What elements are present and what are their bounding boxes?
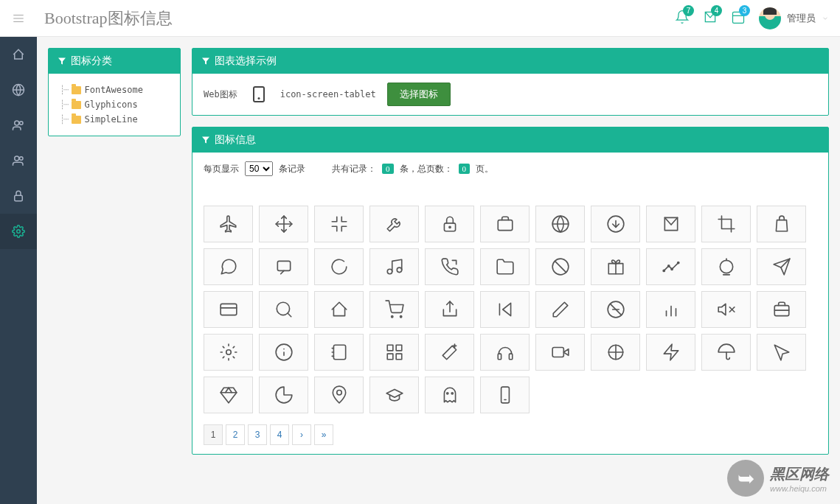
page-last[interactable]: » <box>314 424 333 445</box>
count-badge: 0 <box>382 164 394 174</box>
gift-icon[interactable] <box>591 248 640 285</box>
loop-icon[interactable] <box>259 248 308 285</box>
svg-marker-42 <box>502 303 510 315</box>
notebook-icon[interactable] <box>314 334 364 371</box>
wrench-icon[interactable] <box>369 206 419 242</box>
nav-lock[interactable] <box>0 178 37 214</box>
per-page-select[interactable]: 50 <box>245 161 273 176</box>
svg-point-24 <box>387 269 392 274</box>
umbrella-icon[interactable] <box>701 334 751 371</box>
headset-icon[interactable] <box>480 334 530 371</box>
no-smoking-icon[interactable] <box>591 291 640 328</box>
page-3[interactable]: 3 <box>248 424 267 445</box>
mute-icon[interactable] <box>701 291 751 328</box>
select-icon-button[interactable]: 选择图标 <box>387 83 451 106</box>
bag-icon[interactable] <box>757 206 806 242</box>
svg-rect-11 <box>15 195 23 201</box>
crop-icon[interactable] <box>701 206 751 242</box>
svg-point-8 <box>20 122 24 125</box>
avatar <box>759 7 781 29</box>
pie-icon[interactable] <box>259 377 308 413</box>
suitcase-icon[interactable] <box>757 291 806 328</box>
tablet-icon <box>253 86 265 102</box>
search-icon[interactable] <box>259 291 308 328</box>
nav-globe[interactable] <box>0 72 37 108</box>
hamburger-button[interactable] <box>0 0 37 37</box>
tree-item[interactable]: FontAwesome <box>60 83 169 97</box>
diamond-icon[interactable] <box>204 377 253 413</box>
chart-line-icon[interactable] <box>646 248 695 285</box>
grid-icon[interactable] <box>369 334 419 371</box>
info-icon[interactable] <box>259 334 308 371</box>
page-next[interactable]: › <box>292 424 311 445</box>
magic-wand-icon[interactable] <box>425 334 474 371</box>
tree-item[interactable]: SimpleLine <box>60 112 169 127</box>
svg-rect-35 <box>221 304 237 315</box>
svg-marker-77 <box>774 345 789 360</box>
ban-icon[interactable] <box>535 248 585 285</box>
page-4[interactable]: 4 <box>270 424 289 445</box>
svg-rect-70 <box>509 354 512 360</box>
refresh-icon[interactable] <box>314 248 364 285</box>
cart-icon[interactable] <box>369 291 419 328</box>
bolt-icon[interactable] <box>646 334 695 371</box>
bar-chart-icon[interactable] <box>646 291 695 328</box>
page-2[interactable]: 2 <box>226 424 245 445</box>
phone-icon[interactable] <box>425 248 474 285</box>
video-icon[interactable] <box>535 334 585 371</box>
tree-label: FontAwesome <box>84 85 142 95</box>
globe-icon[interactable] <box>535 206 585 242</box>
gear-icon[interactable] <box>204 334 253 371</box>
folder-icon <box>72 101 81 109</box>
prev-icon[interactable] <box>480 291 530 328</box>
comment-icon[interactable] <box>204 248 253 285</box>
panel-title: 图表选择示例 <box>215 55 277 68</box>
svg-point-17 <box>448 226 450 228</box>
folder-icon[interactable] <box>480 248 530 285</box>
tree-item[interactable]: Glyphicons <box>60 97 169 112</box>
phone-device-icon[interactable] <box>480 377 530 413</box>
bell-icon[interactable]: 7 <box>675 10 690 27</box>
page-1[interactable]: 1 <box>204 424 223 445</box>
music-icon[interactable] <box>369 248 419 285</box>
envelope-icon[interactable] <box>646 206 695 242</box>
svg-point-55 <box>226 350 231 355</box>
icon-grid <box>204 206 817 413</box>
home-icon[interactable] <box>314 291 364 328</box>
arrows-icon[interactable] <box>259 206 308 242</box>
total-mid: 条，总页数： <box>400 163 453 175</box>
nav-group[interactable] <box>0 143 37 178</box>
compress-icon[interactable] <box>314 206 364 242</box>
user-menu[interactable]: 管理员 <box>759 7 829 29</box>
target-icon[interactable] <box>591 334 640 371</box>
credit-card-icon[interactable] <box>204 291 253 328</box>
lock-icon[interactable] <box>425 206 474 242</box>
filter-icon <box>201 136 210 144</box>
calendar-icon[interactable]: 3 <box>731 10 746 27</box>
svg-point-9 <box>15 156 19 161</box>
mail-icon[interactable]: 4 <box>703 10 718 27</box>
briefcase-icon[interactable] <box>480 206 530 242</box>
nav-home[interactable] <box>0 37 37 72</box>
example-label: Web图标 <box>204 88 237 101</box>
nav-settings[interactable] <box>0 214 37 249</box>
svg-point-12 <box>17 230 21 234</box>
panel-title: 图标分类 <box>71 55 112 68</box>
cursor-icon[interactable] <box>757 334 806 371</box>
plane-icon[interactable] <box>204 206 253 242</box>
pencil-icon[interactable] <box>535 291 585 328</box>
ghost-icon[interactable] <box>425 377 474 413</box>
paper-plane-icon[interactable] <box>757 248 806 285</box>
download-icon[interactable] <box>591 206 640 242</box>
filter-icon <box>201 57 210 66</box>
svg-rect-85 <box>501 387 509 403</box>
svg-rect-63 <box>387 345 393 351</box>
trophy-icon[interactable] <box>701 248 751 285</box>
total-label: 共有记录： <box>332 163 376 175</box>
total-suffix: 页。 <box>476 163 493 175</box>
nav-users[interactable] <box>0 108 37 143</box>
location-icon[interactable] <box>314 377 364 413</box>
example-panel: 图表选择示例 Web图标 icon-screen-tablet 选择图标 <box>192 48 829 116</box>
share-icon[interactable] <box>425 291 474 328</box>
graduation-icon[interactable] <box>369 377 419 413</box>
